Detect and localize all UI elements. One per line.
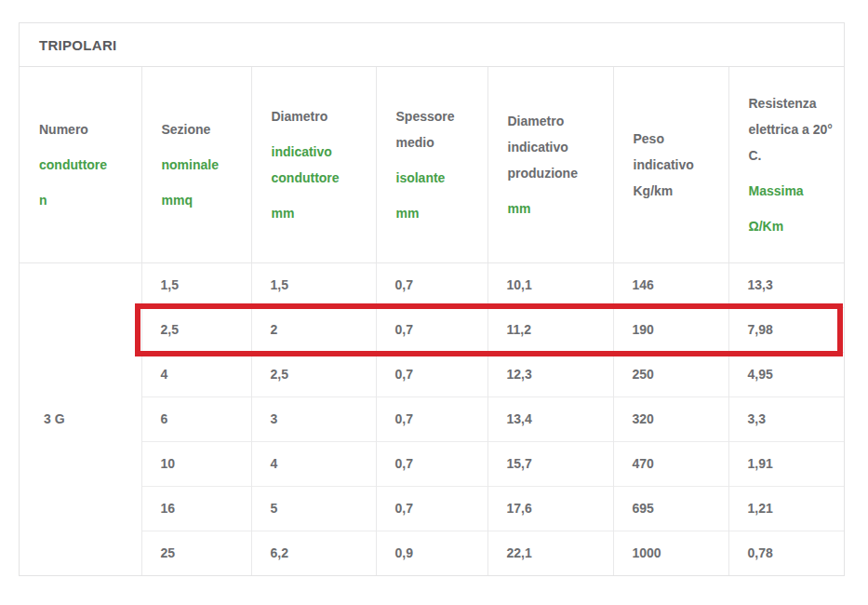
- spec-table-card: TRIPOLARI Numero conduttore n Sezione no…: [19, 22, 845, 576]
- header-text: Numero: [39, 116, 134, 142]
- cell-sezione: 6: [141, 397, 251, 441]
- cell-diametro-produzione: 15,7: [487, 441, 613, 486]
- header-text: isolante: [396, 165, 480, 191]
- table-row: 3 G 1,5 1,5 0,7 10,1 146 13,3: [20, 262, 844, 307]
- cell-diametro-conduttore: 2,5: [251, 352, 376, 397]
- header-text: Sezione: [162, 116, 244, 142]
- cell-diametro-produzione: 12,3: [487, 352, 613, 397]
- header-cell-spessore-isolante: Spessore medio isolante mm: [376, 67, 487, 262]
- table-row: 4 2,5 0,7 12,3 250 4,95: [20, 352, 844, 397]
- table-row: 25 6,2 0,9 22,1 1000 0,78: [20, 531, 844, 575]
- header-row: Numero conduttore n Sezione nominale mmq…: [20, 67, 844, 262]
- table-row: 10 4 0,7 15,7 470 1,91: [20, 441, 844, 486]
- cell-peso: 695: [613, 486, 728, 531]
- cell-sezione: 10: [141, 441, 251, 486]
- page: TRIPOLARI Numero conduttore n Sezione no…: [0, 0, 868, 605]
- cell-diametro-produzione: 17,6: [487, 486, 613, 531]
- cell-resistenza: 13,3: [728, 262, 844, 307]
- cell-resistenza: 3,3: [728, 397, 844, 441]
- header-text: Spessore medio: [396, 103, 480, 155]
- cell-peso: 190: [613, 307, 728, 352]
- table-body: 3 G 1,5 1,5 0,7 10,1 146 13,3 2,5 2 0,7 …: [20, 262, 844, 575]
- cell-resistenza: 4,95: [728, 352, 844, 397]
- table-row: 6 3 0,7 13,4 320 3,3: [20, 397, 844, 441]
- table-title: TRIPOLARI: [20, 23, 844, 67]
- header-cell-diametro-produzione: Diametro indicativo produzione mm: [487, 67, 613, 262]
- cell-peso: 470: [613, 441, 728, 486]
- cell-resistenza: 0,78: [728, 531, 844, 575]
- cell-sezione: 25: [141, 531, 251, 575]
- header-cell-sezione-nominale: Sezione nominale mmq: [141, 67, 251, 262]
- header-text: mmq: [162, 187, 244, 213]
- cell-diametro-produzione: 10,1: [487, 262, 613, 307]
- cell-diametro-produzione: 22,1: [487, 531, 613, 575]
- header-text: Peso indicativo Kg/km: [634, 126, 721, 204]
- cell-diametro-conduttore: 2: [251, 307, 376, 352]
- header-text: nominale: [162, 152, 244, 178]
- cell-diametro-conduttore: 4: [251, 441, 376, 486]
- header-text: Diametro indicativo produzione: [508, 108, 606, 186]
- cell-spessore: 0,7: [376, 307, 487, 352]
- header-text: mm: [272, 200, 368, 226]
- cell-peso: 146: [613, 262, 728, 307]
- cell-diametro-produzione: 13,4: [487, 397, 613, 441]
- table-row: 16 5 0,7 17,6 695 1,21: [20, 486, 844, 531]
- header-cell-resistenza-elettrica: Resistenza elettrica a 20° C. Massima Ω/…: [728, 67, 844, 262]
- table-header: Numero conduttore n Sezione nominale mmq…: [20, 67, 844, 262]
- cell-sezione: 1,5: [141, 262, 251, 307]
- cell-diametro-produzione: 11,2: [487, 307, 613, 352]
- cell-diametro-conduttore: 6,2: [251, 531, 376, 575]
- cell-resistenza: 7,98: [728, 307, 844, 352]
- cell-diametro-conduttore: 1,5: [251, 262, 376, 307]
- header-cell-peso-indicativo: Peso indicativo Kg/km: [613, 67, 728, 262]
- header-cell-numero-conduttore: Numero conduttore n: [20, 67, 141, 262]
- cell-sezione: 4: [141, 352, 251, 397]
- header-text: Massima: [749, 178, 837, 204]
- cell-peso: 320: [613, 397, 728, 441]
- cell-peso: 250: [613, 352, 728, 397]
- cell-peso: 1000: [613, 531, 728, 575]
- header-text: conduttore: [39, 152, 134, 178]
- row-group-label: 3 G: [20, 262, 141, 575]
- header-text: Diametro: [272, 103, 368, 129]
- header-text: mm: [396, 200, 480, 226]
- cell-spessore: 0,7: [376, 486, 487, 531]
- cell-spessore: 0,7: [376, 397, 487, 441]
- cell-diametro-conduttore: 5: [251, 486, 376, 531]
- header-text: Ω/Km: [749, 213, 837, 239]
- header-text: indicativo conduttore: [272, 139, 368, 191]
- cell-resistenza: 1,21: [728, 486, 844, 531]
- cell-sezione: 16: [141, 486, 251, 531]
- cell-diametro-conduttore: 3: [251, 397, 376, 441]
- cell-spessore: 0,9: [376, 531, 487, 575]
- cell-sezione: 2,5: [141, 307, 251, 352]
- cell-spessore: 0,7: [376, 441, 487, 486]
- cell-resistenza: 1,91: [728, 441, 844, 486]
- cell-spessore: 0,7: [376, 262, 487, 307]
- header-text: mm: [508, 195, 606, 222]
- header-text: n: [39, 187, 134, 213]
- table-row-highlighted: 2,5 2 0,7 11,2 190 7,98: [20, 307, 844, 352]
- header-text: Resistenza elettrica a 20° C.: [749, 90, 837, 168]
- header-cell-diametro-conduttore: Diametro indicativo conduttore mm: [251, 67, 376, 262]
- cell-spessore: 0,7: [376, 352, 487, 397]
- spec-table: Numero conduttore n Sezione nominale mmq…: [20, 67, 844, 575]
